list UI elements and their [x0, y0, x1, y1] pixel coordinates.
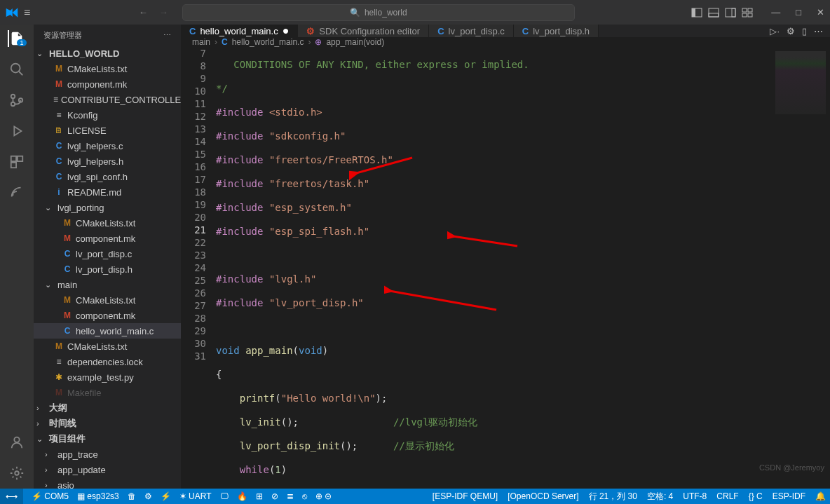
status-monitor[interactable]: 🖵 [220, 491, 229, 501]
code-content[interactable]: CONDITIONS OF ANY KIND, either express o… [216, 47, 768, 489]
status-misc3[interactable]: ⊕ ⊝ [315, 491, 332, 501]
status-encoding[interactable]: UTF-8 [683, 491, 707, 501]
tab-label: hello_world_main.c [200, 26, 278, 36]
svg-rect-16 [18, 156, 22, 161]
file-item[interactable]: Chello_world_main.c [34, 323, 181, 339]
breadcrumb-item[interactable]: app_main(void) [326, 37, 384, 47]
menu-icon[interactable]: ≡ [24, 6, 30, 19]
editor-tab[interactable]: Chello_world_main.c● [181, 25, 298, 37]
status-misc2[interactable]: ⎋ [302, 491, 307, 501]
file-item[interactable]: MCMakeLists.txt [34, 215, 181, 231]
file-label: LICENSE [67, 125, 107, 136]
file-item[interactable]: 🗎LICENSE [34, 123, 181, 138]
file-item[interactable]: Clv_port_disp.h [34, 261, 181, 277]
status-uart[interactable]: ✶ UART [179, 491, 212, 501]
back-arrow-icon[interactable]: ← [139, 7, 148, 18]
file-item[interactable]: MCMakeLists.txt [34, 339, 181, 354]
file-item[interactable]: Clv_port_disp.c [34, 246, 181, 261]
section-header[interactable]: ›大纲 [34, 400, 181, 416]
close-icon[interactable]: ✕ [817, 7, 824, 18]
function-icon: ⊕ [315, 37, 322, 47]
scm-icon[interactable] [8, 92, 25, 109]
forward-arrow-icon[interactable]: → [159, 7, 168, 18]
breadcrumb-item[interactable]: main [192, 37, 210, 47]
folder-main[interactable]: ⌄ main [34, 277, 181, 292]
status-openocd[interactable]: [OpenOCD Server] [508, 491, 578, 501]
file-item[interactable]: Mcomponent.mk [34, 231, 181, 246]
status-eol[interactable]: CRLF [716, 491, 738, 501]
layout-bottom-icon[interactable] [708, 7, 719, 18]
status-tools[interactable]: ⊞ [256, 491, 263, 501]
file-item[interactable]: Mcomponent.mk [34, 308, 181, 323]
run-icon[interactable]: ▷· [770, 26, 780, 36]
status-bell-icon[interactable]: 🔔 [815, 491, 826, 501]
split-icon[interactable]: ▯ [802, 26, 807, 36]
folder-lvgl-porting[interactable]: ⌄ lvgl_porting [34, 200, 181, 215]
status-clean[interactable]: 🗑 [128, 491, 136, 501]
file-icon: C [437, 26, 444, 36]
file-item[interactable]: Clvgl_spi_conf.h [34, 169, 181, 184]
component-item[interactable]: ›app_update [34, 462, 181, 477]
status-build[interactable]: ⚙ [144, 491, 152, 501]
extensions-icon[interactable] [8, 154, 25, 170]
status-misc1[interactable]: ≣ [287, 491, 294, 501]
layout-grid-icon[interactable] [742, 7, 753, 18]
file-item[interactable]: Clvgl_helpers.h [34, 154, 181, 169]
editor-tab[interactable]: ⚙SDK Configuration editor [298, 25, 429, 37]
espressif-icon[interactable] [8, 184, 25, 201]
dirty-icon: ● [283, 25, 290, 37]
more-icon[interactable]: ⋯ [814, 26, 823, 36]
status-cursor[interactable]: 行 21，列 30 [589, 491, 637, 503]
debug-icon[interactable] [8, 123, 25, 139]
status-qemu[interactable]: [ESP-IDF QEMU] [433, 491, 498, 501]
account-icon[interactable] [8, 434, 25, 451]
status-debug[interactable]: ⊘ [271, 491, 278, 501]
gear-icon[interactable] [8, 465, 25, 482]
editor-body[interactable]: 7891011121314151617181920212223242526272… [181, 47, 830, 489]
explorer-icon[interactable]: 1 [8, 30, 25, 47]
remote-icon[interactable]: ⟷ [0, 489, 23, 504]
line-number: 27 [181, 299, 206, 312]
search-activity-icon[interactable] [8, 61, 25, 78]
file-item[interactable]: ≡dependencies.lock [34, 354, 181, 369]
section-header[interactable]: ›时间线 [34, 416, 181, 431]
svg-rect-4 [726, 8, 735, 17]
component-label: app_trace [57, 449, 98, 460]
minimize-icon[interactable]: — [771, 7, 780, 18]
status-lang[interactable]: {} C [749, 491, 763, 501]
status-espidf[interactable]: ESP-IDF [773, 491, 805, 501]
file-item[interactable]: ✱example_test.py [34, 369, 181, 385]
file-item[interactable]: ≡CONTRIBUTE_CONTROLLER_S... [34, 92, 181, 107]
editor-tab[interactable]: Clv_port_disp.c [429, 25, 514, 37]
breadcrumb-item[interactable]: hello_world_main.c [232, 37, 304, 47]
file-item[interactable]: MCMakeLists.txt [34, 292, 181, 308]
command-center[interactable]: 🔍 hello_world [182, 4, 575, 21]
component-item[interactable]: ›asio [34, 477, 181, 489]
breadcrumb[interactable]: main› C hello_world_main.c› ⊕ app_main(v… [181, 37, 830, 47]
file-icon: M [62, 233, 73, 243]
component-item[interactable]: ›app_trace [34, 447, 181, 462]
file-item[interactable]: ≡Kconfig [34, 107, 181, 123]
file-item[interactable]: Clvgl_helpers.c [34, 138, 181, 154]
status-flash[interactable]: ⚡ [161, 491, 171, 501]
layout-left-icon[interactable] [691, 7, 702, 18]
editor-tab[interactable]: Clv_port_disp.h [514, 25, 599, 37]
status-com[interactable]: ⚡ COM5 [32, 491, 69, 501]
file-item[interactable]: iREADME.md [34, 184, 181, 200]
status-flame[interactable]: 🔥 [237, 491, 247, 501]
file-item[interactable]: MCMakeLists.txt [34, 61, 181, 76]
more-icon[interactable]: ⋯ [163, 31, 171, 40]
status-spaces[interactable]: 空格: 4 [647, 491, 673, 503]
svg-rect-3 [709, 13, 719, 17]
layout-right-icon[interactable] [725, 7, 736, 18]
section-header[interactable]: ⌄项目组件 [34, 431, 181, 447]
minimap[interactable] [768, 47, 830, 489]
component-label: asio [57, 480, 74, 489]
maximize-icon[interactable]: □ [796, 7, 801, 18]
status-chip[interactable]: ▦ esp32s3 [77, 491, 119, 501]
file-item[interactable]: Mcomponent.mk [34, 76, 181, 92]
file-makefile[interactable]: MMakefile [34, 385, 181, 400]
watermark: CSDN @Jeremyoy [759, 463, 824, 472]
gear-icon[interactable]: ⚙ [787, 26, 795, 36]
project-root[interactable]: ⌄ HELLO_WORLD [34, 46, 181, 61]
